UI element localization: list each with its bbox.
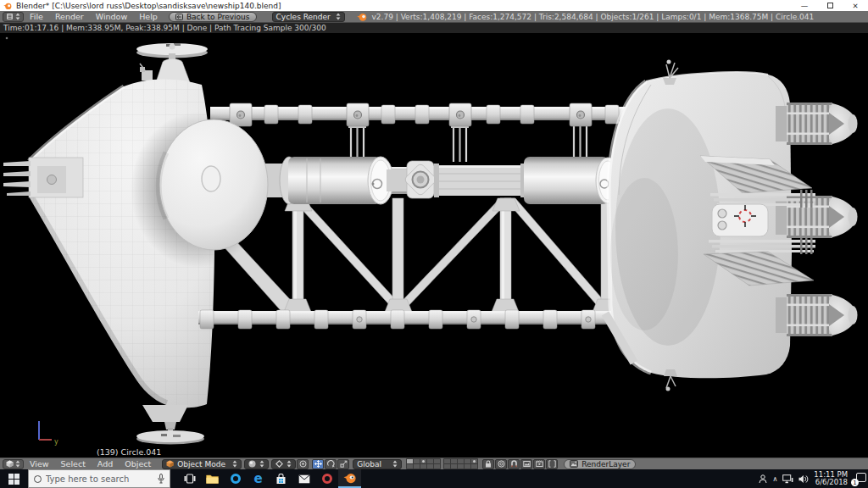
chevron-updown-icon	[15, 460, 20, 468]
transform-orientation-select[interactable]: Global	[353, 459, 402, 469]
opengl-render-button[interactable]	[520, 459, 532, 469]
blender-app-icon	[3, 2, 12, 10]
windows-logo-icon	[8, 474, 19, 485]
engine-nozzle-1	[776, 103, 858, 145]
file-explorer-button[interactable]	[201, 469, 224, 488]
ship-comms-disc	[131, 112, 268, 268]
red-circle-app-button[interactable]	[315, 469, 338, 488]
taskbar-clock[interactable]: 11:11 PM 6/6/2018	[814, 471, 848, 487]
axis-gizmo: y	[39, 421, 58, 446]
ship-engine-section	[605, 60, 858, 391]
microsoft-store-icon	[275, 474, 287, 485]
view3d-header: View Select Add Object Object Mode	[0, 458, 868, 469]
minimize-button[interactable]: —	[792, 2, 817, 10]
menu-window[interactable]: Window	[90, 12, 133, 21]
chevron-updown-icon	[259, 460, 264, 468]
microsoft-store-button[interactable]	[270, 469, 292, 488]
menu-file[interactable]: File	[24, 12, 49, 21]
menu-help[interactable]: Help	[133, 12, 164, 21]
render-layer-icon	[570, 460, 578, 468]
layers-grid-2[interactable]	[443, 458, 478, 469]
chevron-updown-icon	[15, 13, 20, 20]
layers-widget[interactable]	[406, 458, 478, 469]
scale-manipulator-button[interactable]	[337, 459, 349, 469]
back-to-previous-button[interactable]: Back to Previous	[169, 12, 257, 22]
chevron-updown-icon	[392, 460, 398, 468]
lock-to-scene-button[interactable]	[482, 459, 494, 469]
task-view-button[interactable]	[178, 469, 201, 488]
info-editor-icon	[6, 13, 14, 20]
mode-select[interactable]: Object Mode	[162, 459, 242, 469]
active-object-label: (139) Circle.041	[97, 447, 161, 457]
proportional-edit-button[interactable]	[495, 459, 507, 469]
pivot-diamond-icon	[275, 460, 283, 468]
layers-grid-1[interactable]	[406, 458, 441, 469]
opengl-render-anim-icon	[536, 460, 543, 468]
editor-type-3dview-icon	[6, 460, 14, 468]
menu-add[interactable]: Add	[92, 459, 119, 469]
shading-sphere-icon	[248, 460, 256, 468]
people-icon[interactable]	[759, 474, 767, 484]
show-hidden-icons-chevron[interactable]: ∧	[772, 475, 777, 483]
engine-bottom-antenna	[664, 369, 677, 391]
render-layer-select[interactable]: RenderLayer	[564, 459, 636, 469]
close-button[interactable]: ✕	[843, 2, 868, 10]
menu-render[interactable]: Render	[49, 12, 90, 21]
render-status-text: Time:01:17.16 | Mem:338.95M, Peak:338.95…	[3, 24, 326, 32]
windows-taskbar: e	[0, 469, 868, 488]
editor-type-3dview-button[interactable]	[3, 459, 24, 469]
search-icon	[34, 475, 42, 483]
snap-button[interactable]	[508, 459, 520, 469]
menu-select[interactable]: Select	[55, 459, 92, 469]
info-header: File Render Window Help Back to Previous…	[0, 11, 868, 23]
border-render-icon	[548, 460, 556, 468]
start-button[interactable]	[0, 469, 27, 488]
engine-nozzle-2	[776, 196, 858, 238]
cube-icon	[166, 460, 174, 468]
axis-label-y: y	[54, 438, 58, 446]
opengl-render-icon	[523, 460, 531, 468]
taskbar-search[interactable]	[28, 469, 170, 488]
speaker-icon[interactable]	[798, 474, 809, 484]
render-engine-select[interactable]: Cycles Render	[272, 12, 345, 22]
manipulator-centers-icon	[299, 460, 307, 468]
snap-magnet-icon	[510, 460, 518, 468]
border-render-button[interactable]	[546, 459, 558, 469]
microsoft-edge-button[interactable]: e	[247, 469, 270, 488]
opengl-render-anim-button[interactable]	[533, 459, 545, 469]
chevron-updown-icon	[232, 460, 237, 468]
window-title: Blender* [C:\Users\lord russ\Desktop\san…	[16, 2, 281, 10]
engine-nozzle-3	[776, 294, 858, 336]
scene-statistics: v2.79 | Verts:1,408,219 | Faces:1,274,57…	[372, 13, 815, 21]
viewport-shading-select[interactable]	[244, 459, 269, 469]
render-status-bar: Time:01:17.16 | Mem:338.95M, Peak:338.95…	[0, 23, 868, 33]
mail-button[interactable]	[292, 469, 315, 488]
action-center-button[interactable]: 1	[853, 473, 866, 485]
maximize-button[interactable]	[817, 2, 843, 10]
viewport-3d[interactable]: y (139) Circle.041	[0, 33, 868, 458]
task-view-icon	[184, 474, 196, 484]
blue-circle-app-button[interactable]	[224, 469, 247, 488]
editor-type-info-button[interactable]	[3, 12, 24, 22]
search-input[interactable]	[46, 474, 153, 484]
microphone-icon[interactable]	[158, 474, 164, 484]
blender-taskbar-button[interactable]	[338, 469, 361, 488]
proportional-edit-icon	[498, 460, 505, 468]
blender-logo-icon	[357, 12, 367, 22]
microsoft-edge-icon: e	[253, 473, 262, 485]
menu-view[interactable]: View	[24, 459, 55, 469]
chevron-updown-icon	[336, 13, 341, 20]
lock-icon	[485, 460, 492, 468]
red-circle-app-icon	[322, 474, 332, 484]
network-icon[interactable]	[782, 474, 793, 484]
file-explorer-icon	[206, 474, 219, 484]
chevron-updown-icon	[287, 460, 292, 468]
rotate-manipulator-button[interactable]	[325, 459, 337, 469]
menu-object[interactable]: Object	[119, 459, 157, 469]
translate-manipulator-button[interactable]	[312, 459, 324, 469]
blue-circle-app-icon	[231, 474, 241, 484]
manipulate-centers-button[interactable]	[297, 459, 309, 469]
rotate-icon	[327, 460, 335, 468]
pivot-point-select[interactable]	[271, 459, 296, 469]
mail-icon	[298, 474, 310, 484]
